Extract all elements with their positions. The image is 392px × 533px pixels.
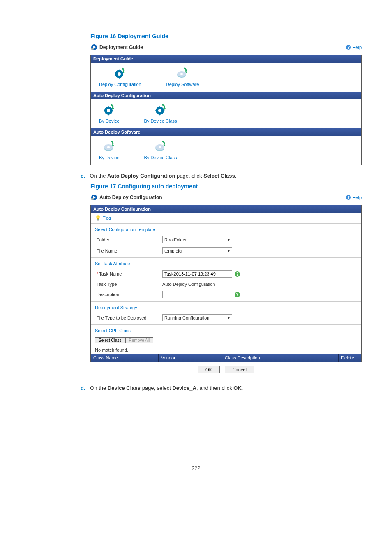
filename-select[interactable]: temp.cfg▾ [162,247,232,254]
no-match-text: No match found. [91,346,361,354]
help-text: Help [352,195,362,200]
ads-by-device-link[interactable]: By Device [99,140,120,160]
th-classdesc: Class Description [222,354,339,362]
section-header-deployment-guide: Deployment Guide [91,55,361,63]
filetype-select[interactable]: Running Configuration▾ [162,314,232,321]
icon-label: Deploy Configuration [99,82,141,87]
guide-icon [90,44,98,51]
icon-label: By Device [99,118,120,123]
svg-point-13 [158,109,161,112]
tasktype-value: Auto Deploy Configuration [162,282,215,287]
cfg-gear-icon [113,67,127,80]
sw-disk-icon [176,67,189,80]
help-icon: ? [346,45,351,50]
sw-disk-icon [103,140,116,153]
tips-link[interactable]: 💡 Tips [91,213,361,224]
deploy-configuration-link[interactable]: Deploy Configuration [99,67,141,87]
bold: Device Class [108,385,141,391]
svg-point-1 [91,48,94,50]
step-d-text: d. On the Device Class page, select Devi… [81,385,362,391]
cfg-gear-icon [154,103,167,116]
select-class-button[interactable]: Select Class [95,337,125,343]
chevron-down-icon: ▾ [228,315,230,320]
text: , and then click [196,385,233,391]
section-header-adc: Auto Deploy Configuration [91,205,361,213]
description-input[interactable] [162,291,232,298]
text: . [235,173,237,179]
bold: OK [233,385,242,391]
icon-label: By Device [99,155,120,160]
bold: Select Class [203,173,235,179]
group-scc-title: Select CPE Class [91,325,361,335]
deploy-software-link[interactable]: Deploy Software [166,67,199,87]
bold: Device_A [172,385,196,391]
panel-title-deployment-guide: Deployment Guide [90,44,143,51]
remove-all-button[interactable]: Remove All [125,337,154,343]
select-value: temp.cfg [164,248,182,253]
folder-label: Folder [97,237,162,242]
step-c-text: c. On the Auto Deploy Configuration page… [81,173,362,179]
figure-caption-16: Figure 16 Deployment Guide [90,33,362,39]
tasktype-label: Task Type [97,282,162,287]
group-sta-title: Set Task Attribute [91,258,361,268]
filetype-label: File Type to be Deployed [97,315,162,320]
chevron-down-icon: ▾ [228,237,230,242]
icon-label: By Device Class [144,118,177,123]
step-letter: c. [81,173,85,179]
description-label: Description [97,292,162,297]
guide-icon [90,194,98,201]
class-table-header: Class Name Vendor Class Description Dele… [91,354,361,362]
page-number: 222 [29,465,363,471]
select-value: Running Configuration [164,315,209,320]
group-sct-title: Select Configuration Template [91,224,361,234]
cfg-gear-icon [103,103,116,116]
svg-point-21 [159,146,161,148]
icon-label: By Device Class [144,155,177,160]
tips-label: Tips [103,216,111,220]
th-vendor: Vendor [159,354,222,362]
adc-by-device-class-link[interactable]: By Device Class [144,103,177,123]
text: On the [90,173,107,179]
figure-caption-17: Figure 17 Configuring auto deployment [90,183,362,190]
help-text: Help [352,45,362,50]
icon-label: Deploy Software [166,82,199,87]
ads-by-device-class-link[interactable]: By Device Class [144,140,177,160]
filename-label: File Name [97,248,162,253]
panel-title-text: Deployment Guide [99,44,143,50]
svg-point-17 [107,146,110,148]
text: page, select [141,385,172,391]
section-header-auto-deploy-software: Auto Deploy Software [91,128,361,136]
text: . [242,385,243,391]
sw-disk-icon [154,140,167,153]
lightbulb-icon: 💡 [95,215,101,221]
taskname-input[interactable] [162,270,232,278]
select-value: RootFolder [164,237,187,242]
help-hint-icon[interactable]: ? [235,271,240,277]
help-hint-icon[interactable]: ? [235,292,240,297]
help-link[interactable]: ?Help [346,195,362,200]
svg-point-24 [91,198,94,200]
th-classname: Class Name [91,354,159,362]
panel-title-auto-deploy: Auto Deploy Configuration [90,194,162,201]
chevron-down-icon: ▾ [228,248,230,253]
text: On the [90,385,108,391]
bold: Auto Deploy Configuration [107,173,175,179]
th-delete: Delete [339,354,361,362]
ok-button[interactable]: OK [198,366,220,373]
text: page, click [175,173,203,179]
group-ds-title: Deployment Strategy [91,302,361,312]
svg-point-3 [118,72,121,76]
cancel-button[interactable]: Cancel [225,366,254,373]
adc-by-device-link[interactable]: By Device [99,103,120,123]
help-icon: ? [346,195,351,200]
taskname-label: *Task Name [97,271,162,276]
panel-title-text: Auto Deploy Configuration [99,195,162,200]
step-letter: d. [81,385,85,391]
svg-point-10 [107,109,110,112]
folder-select[interactable]: RootFolder▾ [162,236,232,243]
section-header-auto-deploy-config: Auto Deploy Configuration [91,92,361,99]
help-link[interactable]: ?Help [346,45,362,50]
svg-point-7 [180,73,183,75]
